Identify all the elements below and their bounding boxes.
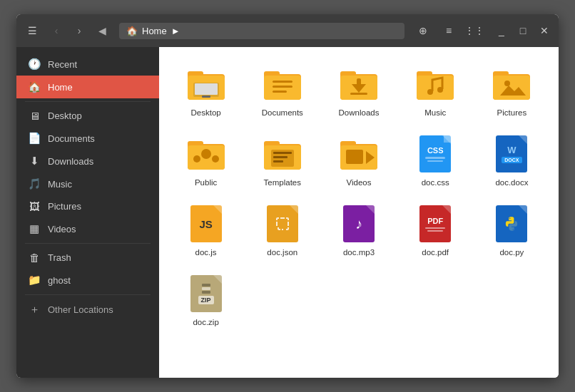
folder-icon-music: [415, 64, 455, 104]
sidebar-divider-2: [25, 243, 151, 244]
file-name-mp3: doc.mp3: [343, 248, 375, 257]
downloads-sidebar-icon: ⬇: [28, 155, 41, 167]
file-item-docx[interactable]: W DOCX doc.docx: [477, 128, 547, 192]
sidebar-item-downloads[interactable]: ⬇ Downloads: [16, 150, 159, 172]
file-item-js[interactable]: JS doc.js: [171, 198, 241, 262]
file-icon-docx: W DOCX: [492, 134, 531, 174]
svg-rect-25: [493, 76, 530, 100]
file-item-pictures[interactable]: Pictures: [477, 58, 547, 123]
svg-rect-4: [195, 83, 218, 95]
back-button[interactable]: ‹: [46, 21, 66, 41]
up-button[interactable]: ◀: [92, 21, 112, 41]
file-manager-window: ☰ ‹ › ◀ 🏠 Home ► ⊕ ≡ ⋮⋮ _ □ ✕ 🕐 Recent 🏠…: [16, 14, 559, 378]
sidebar: 🕐 Recent 🏠 Home 🖥 Desktop 📄 Documents ⬇ …: [16, 47, 159, 378]
file-item-css[interactable]: CSS doc.css: [400, 128, 471, 192]
svg-point-21: [427, 89, 433, 95]
ghost-sidebar-icon: 📁: [28, 274, 41, 287]
sidebar-item-pictures[interactable]: 🖼 Pictures: [16, 195, 159, 217]
sidebar-label-recent: Recent: [48, 59, 77, 70]
file-icon-py: [492, 204, 531, 244]
svg-rect-44: [346, 150, 363, 164]
pictures-sidebar-icon: 🖼: [28, 200, 41, 212]
file-name-templates: Templates: [264, 178, 301, 187]
file-icon-zip: ZIP: [186, 274, 226, 314]
recent-icon: 🕐: [28, 58, 41, 71]
svg-point-31: [201, 149, 211, 159]
file-name-docx: doc.docx: [495, 178, 528, 187]
maximize-button[interactable]: □: [513, 21, 533, 41]
file-item-downloads[interactable]: Downloads: [323, 58, 394, 123]
sidebar-item-music[interactable]: 🎵 Music: [16, 172, 159, 195]
location-text: Home: [142, 26, 167, 36]
file-item-templates[interactable]: Templates: [247, 128, 317, 192]
minimize-button[interactable]: _: [492, 21, 512, 41]
file-item-videos[interactable]: Videos: [323, 128, 394, 192]
file-item-pdf[interactable]: PDF doc.pdf: [400, 198, 471, 262]
sidebar-item-trash[interactable]: 🗑 Trash: [16, 247, 159, 269]
sidebar-label-other-locations: Other Locations: [48, 304, 113, 315]
folder-icon-downloads: [339, 64, 379, 104]
location-bar[interactable]: 🏠 Home ►: [119, 23, 404, 39]
file-name-zip: doc.zip: [193, 318, 218, 326]
file-item-desktop[interactable]: Desktop: [171, 58, 241, 123]
close-button[interactable]: ✕: [534, 21, 554, 41]
svg-rect-17: [350, 93, 367, 95]
sidebar-item-recent[interactable]: 🕐 Recent: [16, 53, 159, 76]
file-item-json[interactable]: doc.json: [247, 198, 317, 262]
sidebar-label-downloads: Downloads: [48, 156, 93, 167]
file-item-py[interactable]: doc.py: [477, 198, 547, 262]
file-icon-json: [263, 204, 302, 244]
forward-button[interactable]: ›: [69, 21, 89, 41]
folder-icon-templates: [263, 134, 302, 174]
sidebar-label-pictures: Pictures: [48, 201, 81, 212]
sidebar-label-music: Music: [48, 179, 72, 190]
sidebar-item-videos[interactable]: ▦ Videos: [16, 217, 159, 240]
sidebar-item-ghost[interactable]: 📁 ghost: [16, 269, 159, 292]
file-item-documents[interactable]: Documents: [247, 58, 317, 123]
titlebar: ☰ ‹ › ◀ 🏠 Home ► ⊕ ≡ ⋮⋮ _ □ ✕: [16, 14, 559, 47]
sidebar-label-trash: Trash: [48, 252, 71, 263]
location-toggle-icon[interactable]: ⊕: [412, 19, 434, 42]
svg-rect-5: [202, 96, 210, 98]
home-icon: 🏠: [126, 26, 138, 36]
svg-rect-9: [273, 81, 292, 83]
folder-icon-pictures: [492, 64, 531, 104]
file-name-css: doc.css: [422, 178, 449, 187]
file-icon-js: JS: [186, 204, 226, 244]
file-item-mp3[interactable]: ♪ doc.mp3: [323, 198, 394, 262]
svg-rect-39: [273, 156, 288, 158]
sidebar-divider-1: [25, 101, 151, 102]
file-item-public[interactable]: Public: [171, 128, 241, 192]
sidebar-item-other-locations[interactable]: ＋ Other Locations: [16, 298, 159, 321]
folder-icon-videos: [339, 134, 379, 174]
sidebar-divider-3: [25, 294, 151, 295]
documents-sidebar-icon: 📄: [28, 132, 41, 145]
file-name-desktop: Desktop: [191, 108, 221, 117]
file-name-js: doc.js: [195, 248, 217, 257]
list-view-icon[interactable]: ≡: [437, 19, 460, 42]
trash-sidebar-icon: 🗑: [28, 252, 41, 264]
svg-point-33: [212, 155, 219, 163]
svg-point-32: [193, 155, 200, 163]
svg-rect-38: [273, 152, 292, 154]
svg-rect-40: [273, 160, 283, 163]
music-sidebar-icon: 🎵: [28, 177, 41, 190]
file-name-music: Music: [424, 108, 446, 117]
folder-icon-desktop: [186, 64, 226, 104]
sidebar-item-home[interactable]: 🏠 Home: [16, 76, 159, 98]
file-item-music[interactable]: Music: [400, 58, 471, 123]
grid-view-icon[interactable]: ⋮⋮: [463, 19, 486, 42]
file-name-pdf: doc.pdf: [422, 248, 449, 257]
file-icon-pdf: PDF: [415, 204, 455, 244]
desktop-sidebar-icon: 🖥: [28, 110, 41, 122]
file-name-py: doc.py: [499, 248, 524, 257]
sidebar-label-desktop: Desktop: [48, 110, 82, 121]
menu-icon[interactable]: ☰: [21, 19, 44, 42]
sidebar-item-desktop[interactable]: 🖥 Desktop: [16, 105, 159, 127]
file-item-zip[interactable]: ZIP doc.zip: [171, 268, 241, 332]
file-name-videos: Videos: [347, 178, 372, 187]
folder-icon-public: [186, 134, 226, 174]
location-arrow: ►: [171, 26, 180, 36]
sidebar-label-home: Home: [48, 82, 73, 93]
sidebar-item-documents[interactable]: 📄 Documents: [16, 127, 159, 150]
